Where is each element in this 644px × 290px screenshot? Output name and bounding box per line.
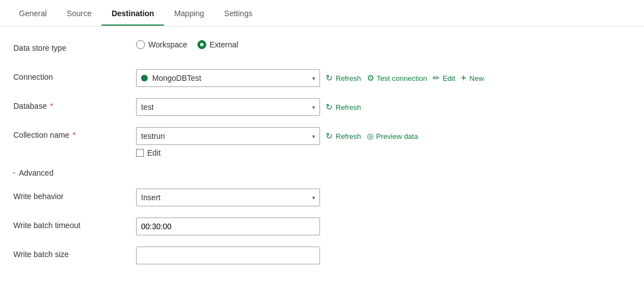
connection-chevron-icon: ▾: [312, 75, 315, 81]
edit-checkbox[interactable]: [136, 149, 144, 157]
connection-new-label: New: [469, 74, 484, 83]
write-behavior-controls: Insert ▾: [136, 188, 320, 206]
radio-external[interactable]: External: [197, 40, 238, 49]
connection-edit-icon: ✏: [433, 73, 440, 83]
database-dropdown[interactable]: test ▾: [136, 98, 320, 116]
preview-data-link[interactable]: ◎ Preview data: [367, 132, 418, 141]
connection-edit-label: Edit: [443, 74, 455, 83]
write-batch-timeout-controls: [136, 218, 320, 235]
edit-checkbox-row: Edit: [136, 148, 418, 157]
database-label: Database *: [13, 98, 136, 110]
database-value: test: [141, 103, 154, 112]
database-refresh-link[interactable]: ↻ Refresh: [326, 102, 361, 112]
test-connection-icon: ⚙: [367, 73, 374, 83]
connection-new-icon: +: [461, 72, 467, 84]
data-store-type-label: Data store type: [13, 40, 136, 52]
tab-destination[interactable]: Destination: [101, 2, 164, 26]
connection-label: Connection: [13, 69, 136, 81]
connection-refresh-label: Refresh: [336, 74, 361, 83]
database-chevron-icon: ▾: [312, 104, 315, 110]
connection-refresh-link[interactable]: ↻ Refresh: [326, 73, 361, 83]
write-behavior-value: Insert: [141, 193, 161, 202]
data-store-type-controls: Workspace External: [136, 40, 238, 49]
data-store-type-row: Data store type Workspace External: [13, 40, 631, 58]
radio-group-store-type: Workspace External: [136, 40, 238, 49]
write-behavior-chevron-icon: ▾: [312, 195, 315, 201]
connection-dropdown[interactable]: MongoDBTest ▾: [136, 69, 320, 87]
connection-row: Connection MongoDBTest ▾ ↻ Refresh ⚙ Tes…: [13, 69, 631, 87]
radio-workspace-label: Workspace: [148, 40, 187, 49]
collection-row: Collection name * testrun ▾ ↻ Refresh ◎ …: [13, 127, 631, 157]
radio-external-label: External: [210, 40, 238, 49]
test-connection-link[interactable]: ⚙ Test connection: [367, 73, 427, 83]
collection-label: Collection name *: [13, 127, 136, 139]
collection-refresh-label: Refresh: [336, 132, 361, 141]
collection-dropdown[interactable]: testrun ▾: [136, 127, 320, 145]
connection-value: MongoDBTest: [152, 74, 201, 83]
form-content: Data store type Workspace External Conne…: [0, 27, 644, 289]
collection-controls: testrun ▾ ↻ Refresh ◎ Preview data Edit: [136, 127, 418, 157]
collection-refresh-icon: ↻: [326, 131, 333, 141]
radio-workspace[interactable]: Workspace: [136, 40, 187, 49]
write-behavior-row: Write behavior Insert ▾: [13, 188, 631, 206]
database-controls: test ▾ ↻ Refresh: [136, 98, 361, 116]
write-batch-size-controls: [136, 246, 320, 264]
connection-refresh-icon: ↻: [326, 73, 333, 83]
tab-mapping[interactable]: Mapping: [164, 2, 214, 26]
connection-new-link[interactable]: + New: [461, 72, 484, 84]
advanced-toggle[interactable]: › Advanced: [13, 168, 631, 177]
write-behavior-dropdown[interactable]: Insert ▾: [136, 188, 320, 206]
database-row: Database * test ▾ ↻ Refresh: [13, 98, 631, 116]
connection-controls: MongoDBTest ▾ ↻ Refresh ⚙ Test connectio…: [136, 69, 484, 87]
write-batch-timeout-label: Write batch timeout: [13, 218, 136, 230]
database-refresh-label: Refresh: [336, 103, 361, 112]
test-connection-label: Test connection: [377, 74, 427, 83]
radio-workspace-circle: [136, 40, 145, 49]
write-batch-size-row: Write batch size: [13, 246, 631, 264]
write-batch-size-label: Write batch size: [13, 246, 136, 259]
write-behavior-label: Write behavior: [13, 188, 136, 201]
write-batch-timeout-row: Write batch timeout: [13, 218, 631, 235]
collection-chevron-icon: ▾: [312, 133, 315, 139]
database-refresh-icon: ↻: [326, 102, 333, 112]
preview-data-icon: ◎: [367, 132, 374, 141]
collection-refresh-link[interactable]: ↻ Refresh: [326, 131, 361, 141]
collection-value: testrun: [141, 132, 165, 141]
mongo-dot-icon: [141, 75, 148, 81]
radio-external-circle: [197, 40, 206, 49]
advanced-label: Advanced: [19, 168, 54, 177]
write-batch-timeout-input[interactable]: [136, 218, 320, 235]
connection-edit-link[interactable]: ✏ Edit: [433, 73, 455, 83]
preview-data-label: Preview data: [376, 132, 418, 141]
write-batch-size-input[interactable]: [136, 246, 320, 264]
edit-checkbox-label: Edit: [147, 148, 161, 157]
tab-bar: General Source Destination Mapping Setti…: [0, 0, 644, 27]
advanced-chevron-icon: ›: [11, 172, 18, 174]
tab-settings[interactable]: Settings: [214, 2, 263, 26]
tab-source[interactable]: Source: [57, 2, 101, 26]
tab-general[interactable]: General: [9, 2, 57, 26]
